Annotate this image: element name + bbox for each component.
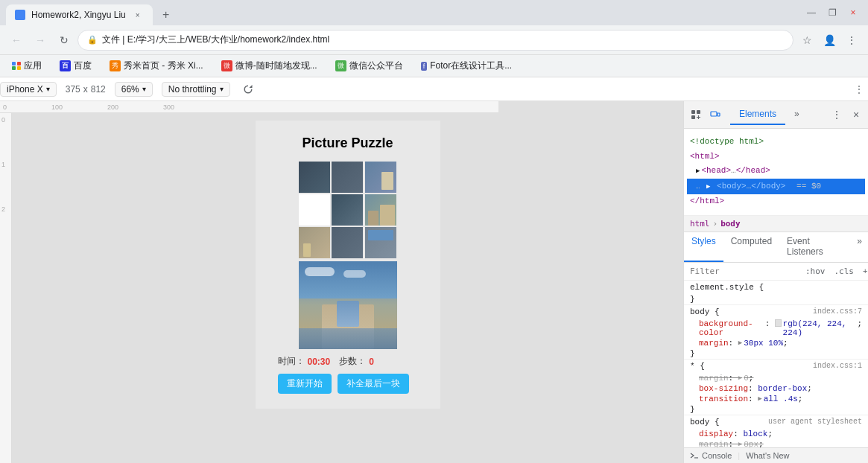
margin-colon: : — [729, 339, 738, 348]
cell-5[interactable] — [332, 194, 363, 226]
wechat-icon: 微 — [335, 60, 346, 71]
complete-button[interactable]: 补全最后一块 — [338, 374, 409, 394]
ua-body-selector: body { — [690, 418, 720, 427]
devtools-top-bar: Elements » ⋮ × — [684, 101, 868, 129]
ua-margin-colon: : — [729, 440, 738, 447]
timer-value: 00:30 — [308, 357, 331, 367]
bookmark-weibo[interactable]: 微 微博-随时随地发现... — [215, 58, 323, 74]
cell-7[interactable] — [299, 227, 330, 258]
dom-html-open[interactable]: <html> — [687, 150, 865, 165]
fotor-icon: f — [421, 62, 428, 71]
filter-add-button[interactable]: + — [860, 266, 868, 276]
display-prop: display — [699, 430, 733, 438]
filter-input[interactable] — [690, 266, 799, 276]
filter-cls-button[interactable]: .cls — [831, 266, 858, 277]
devtools-close-button[interactable]: × — [847, 106, 865, 124]
restart-button[interactable]: 重新开始 — [278, 374, 332, 394]
universal-margin-value: 0 — [744, 374, 749, 383]
breadcrumb-body[interactable]: body — [720, 219, 741, 229]
computed-tab[interactable]: Computed — [723, 232, 779, 262]
window-controls: — ❐ × — [802, 4, 862, 22]
devtools-more-button[interactable]: ⋮ — [828, 106, 846, 124]
device-toggle-icon[interactable] — [706, 106, 724, 124]
console-button[interactable]: Console — [690, 451, 732, 460]
whats-new-button[interactable]: What's New — [746, 451, 789, 460]
device-dropdown-icon: ▾ — [46, 85, 50, 93]
body-source[interactable]: index.css:7 — [813, 307, 862, 316]
bg-color-property: background-color : rgb(224, 224, 224) ; — [684, 319, 868, 338]
display-value: block — [743, 430, 767, 438]
display-property: display : block ; — [684, 429, 868, 439]
elements-tab-label: Elements — [739, 109, 776, 119]
transition-expand[interactable]: ▶ — [758, 395, 761, 403]
breadcrumb-html[interactable]: html — [690, 219, 710, 229]
page-content-wrapper: Picture Puzzle — [256, 121, 440, 409]
universal-margin-colon: : — [729, 374, 738, 383]
rotate-button[interactable] — [239, 80, 257, 98]
display-semi: ; — [767, 430, 773, 438]
throttle-dropdown-icon: ▾ — [220, 85, 224, 93]
dom-head[interactable]: ▶<head>…</head> — [687, 164, 865, 179]
nav-bar: ← → ↻ 🔒 文件 | E:/学习/大三上/WEB/大作业/homework2… — [0, 25, 868, 55]
forward-button[interactable]: → — [30, 30, 51, 51]
browser-tab[interactable]: Homework2, Xingyu Liu × — [6, 4, 153, 25]
box-sizing-colon: : — [748, 384, 758, 393]
cell-2[interactable] — [332, 162, 363, 193]
bookmark-xiumi[interactable]: 秀 秀米首页 - 秀米 Xi... — [104, 58, 209, 74]
inspect-icon[interactable] — [687, 106, 705, 124]
more-button[interactable]: ⋮ — [841, 30, 862, 51]
css-close-brace: } — [684, 294, 868, 304]
css-ua-body-selector-line: body { user agent stylesheet — [684, 415, 868, 429]
device-more-icon: ⋮ — [855, 84, 864, 95]
universal-margin-expand[interactable]: ▶ — [738, 374, 742, 382]
cell-6[interactable] — [365, 194, 396, 226]
cell-8[interactable] — [332, 227, 363, 258]
browser-window: Homework2, Xingyu Liu × + — ❐ × ← → ↻ 🔒 … — [0, 0, 868, 463]
styles-tab[interactable]: Styles — [684, 232, 723, 262]
refresh-button[interactable]: ↻ — [54, 30, 75, 51]
cell-9[interactable] — [365, 227, 396, 258]
cell-3[interactable] — [365, 162, 396, 193]
profile-button[interactable]: 👤 — [819, 30, 840, 51]
zoom-level: 66% — [121, 84, 139, 95]
lock-icon: 🔒 — [87, 35, 98, 45]
bookmark-weibo-label: 微博-随时随地发现... — [235, 60, 317, 72]
margin-expand[interactable]: ▶ — [738, 339, 742, 347]
devtools-more-tabs[interactable]: » — [785, 104, 808, 125]
viewport[interactable]: 0 100 200 300 0 1 2 Picture Puzzle — [0, 101, 683, 463]
transition-value: all .4s — [764, 395, 798, 403]
tab-favicon — [15, 10, 25, 20]
ua-margin-prop: margin — [699, 440, 729, 447]
maximize-button[interactable]: ❐ — [823, 4, 841, 22]
back-button[interactable]: ← — [6, 30, 27, 51]
elements-tab[interactable]: Elements — [730, 104, 785, 125]
tab-close-button[interactable]: × — [132, 9, 144, 21]
bookmark-button[interactable]: ☆ — [796, 30, 817, 51]
bookmark-apps[interactable]: 应用 — [6, 58, 48, 74]
cell-4[interactable] — [299, 194, 330, 226]
ua-margin-expand[interactable]: ▶ — [738, 440, 742, 447]
address-bar[interactable]: 🔒 文件 | E:/学习/大三上/WEB/大作业/homework2/index… — [77, 30, 793, 51]
close-window-button[interactable]: × — [844, 4, 862, 22]
device-more-button[interactable]: ⋮ — [850, 80, 868, 98]
bookmark-baidu[interactable]: 百 百度 — [54, 58, 98, 74]
body-selector: body { — [690, 307, 720, 316]
timer-steps-row: 时间： 00:30 步数： 0 — [278, 355, 418, 368]
universal-source[interactable]: index.css:1 — [813, 362, 862, 370]
device-selector[interactable]: iPhone X ▾ — [0, 82, 57, 97]
dom-body[interactable]: … ▶ <body>…</body> == $0 — [687, 179, 865, 195]
event-listeners-tab[interactable]: Event Listeners — [779, 232, 851, 262]
zoom-selector[interactable]: 66% ▾ — [115, 82, 153, 97]
rotate-icon — [242, 83, 254, 95]
styles-tab-bar: Styles Computed Event Listeners » — [684, 232, 868, 263]
bg-color-swatch[interactable] — [775, 319, 782, 327]
cell-1[interactable] — [299, 162, 330, 193]
bookmark-fotor[interactable]: f Fotor在线设计工具... — [415, 58, 519, 74]
throttle-selector[interactable]: No throttling ▾ — [162, 82, 230, 97]
styles-more-tabs[interactable]: » — [851, 232, 868, 262]
bookmark-wechat[interactable]: 微 微信公众平台 — [329, 58, 409, 74]
new-tab-button[interactable]: + — [156, 4, 177, 25]
xiumi-icon: 秀 — [110, 60, 121, 71]
minimize-button[interactable]: — — [802, 4, 820, 22]
filter-hov-button[interactable]: :hov — [802, 266, 829, 277]
